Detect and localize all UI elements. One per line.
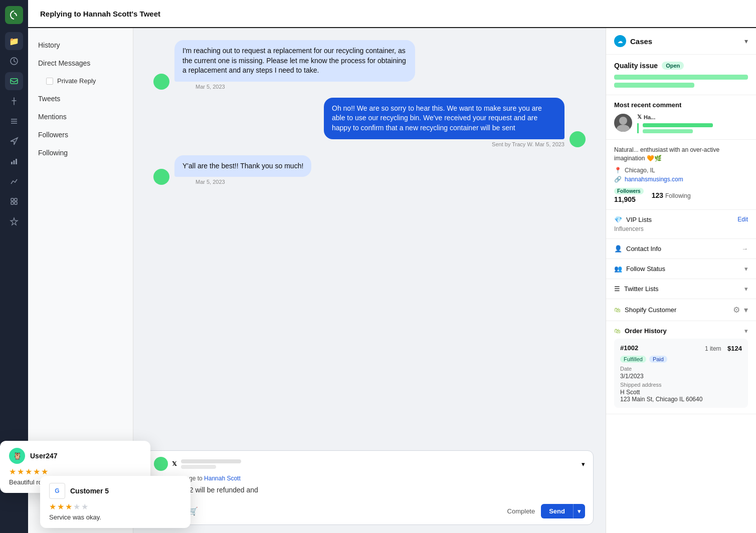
sidebar-widget-icon[interactable] xyxy=(5,192,23,210)
star-g2: ★ xyxy=(57,502,64,511)
message-row-2: Oh no!! We are so sorry to hear this. We… xyxy=(153,98,586,147)
vip-sublabel: Influencers xyxy=(614,225,748,232)
vip-row: 💎 VIP Lists Edit xyxy=(614,216,748,223)
sidebar-clock-icon[interactable] xyxy=(5,52,23,70)
follow-icon: 👥 xyxy=(614,265,622,273)
sidebar-star-icon[interactable] xyxy=(5,212,23,230)
contact-icon: 👤 xyxy=(614,245,622,252)
vip-section: 💎 VIP Lists Edit Influencers xyxy=(606,210,756,239)
contact-info-label: Contact Info xyxy=(626,245,661,252)
order-price: $124 xyxy=(727,345,742,352)
app-logo[interactable] xyxy=(5,6,23,24)
star-1: ★ xyxy=(9,467,16,476)
comment-bar-short xyxy=(643,129,693,133)
star-g1: ★ xyxy=(49,502,56,511)
nav-item-mentions[interactable]: Mentions xyxy=(28,108,133,126)
cases-chevron-icon[interactable]: ▾ xyxy=(744,37,748,45)
send-button[interactable]: Send xyxy=(541,504,573,518)
sidebar-send-icon[interactable] xyxy=(5,132,23,150)
contact-info-left: 👤 Contact Info xyxy=(614,245,661,252)
order-id: #1002 xyxy=(620,344,638,352)
reply-avatar xyxy=(154,457,168,471)
review-card-google: G Customer 5 ★ ★ ★ ★ ★ Service was okay. xyxy=(40,476,191,528)
bubble-incoming-2: Y'all are the best!! Thank you so much! xyxy=(174,155,311,177)
review-user-row-2: G Customer 5 xyxy=(49,483,181,499)
nav-label-private-reply: Private Reply xyxy=(57,77,96,85)
shopify-gear-icon[interactable]: ⚙ xyxy=(733,305,740,315)
reply-box-header: 𝕏 ▾ xyxy=(154,457,585,471)
nav-item-tweets[interactable]: Tweets xyxy=(28,90,133,108)
svg-rect-8 xyxy=(11,198,14,201)
header: Replying to Hannah Scott's Tweet xyxy=(28,0,756,28)
order-history-chevron[interactable]: ▾ xyxy=(744,327,748,335)
message-time-1: Mar 5, 2023 xyxy=(174,84,415,90)
comment-avatar xyxy=(614,114,632,132)
nav-label-mentions: Mentions xyxy=(38,113,67,121)
followers-stat: Followers 11,905 xyxy=(614,188,644,203)
order-badge-fulfilled: Fulfilled xyxy=(620,356,646,363)
message-row-3: Y'all are the best!! Thank you so much! … xyxy=(153,155,586,185)
sidebar-analytics-icon[interactable] xyxy=(5,152,23,170)
order-date-label: Date xyxy=(620,366,742,372)
send-dropdown-button[interactable]: ▾ xyxy=(573,504,585,518)
shopify-chevron-icon[interactable]: ▾ xyxy=(744,305,748,315)
vip-edit-button[interactable]: Edit xyxy=(737,216,748,223)
order-history-left: 🛍 Order History xyxy=(614,327,667,335)
right-panel: ☁ Cases ▾ Quality issue Open Most recent… xyxy=(606,28,756,533)
nav-item-private-reply[interactable]: Private Reply xyxy=(28,72,133,90)
nav-item-followers[interactable]: Followers xyxy=(28,126,133,144)
case-title-row: Quality issue Open xyxy=(614,62,748,70)
star-g3: ★ xyxy=(65,502,72,511)
contact-info-arrow: → xyxy=(741,245,748,252)
nav-label-following: Following xyxy=(38,149,68,157)
profile-location: 📍 Chicago, IL xyxy=(614,167,748,174)
twitter-lists-arrow: ▾ xyxy=(744,285,748,293)
reply-box-close-button[interactable]: ▾ xyxy=(582,460,585,468)
message-row-1: I'm reaching out to request a replacemen… xyxy=(153,40,586,90)
avatar-incoming-1 xyxy=(153,74,169,90)
shopify-icon: 🛍 xyxy=(614,306,621,314)
profile-website[interactable]: 🔗 hannahsmusings.com xyxy=(614,176,748,183)
stats-row: Followers 11,905 123 Following xyxy=(614,188,748,203)
chat-area: I'm reaching out to request a replacemen… xyxy=(133,28,606,533)
nav-item-history[interactable]: History xyxy=(28,36,133,54)
order-address-name: H Scott xyxy=(620,389,742,396)
comment-username: Ha... xyxy=(644,114,655,120)
svg-rect-5 xyxy=(11,162,13,164)
nav-label-history: History xyxy=(38,41,60,49)
sidebar-pin-icon[interactable] xyxy=(5,92,23,110)
comment-bars xyxy=(643,123,713,133)
message-time-2: Sent by Tracy W. Mar 5, 2023 xyxy=(324,141,564,147)
svg-rect-7 xyxy=(16,159,17,164)
nav-label-tweets: Tweets xyxy=(38,95,60,103)
sidebar-inbox-icon[interactable] xyxy=(5,72,23,90)
nav-item-following[interactable]: Following xyxy=(28,144,133,162)
reply-username-bar2 xyxy=(181,465,216,469)
shopify-row: 🛍 Shopify Customer ⚙ ▾ xyxy=(606,299,756,321)
google-logo: G xyxy=(49,483,65,499)
location-icon: 📍 xyxy=(614,167,622,174)
following-count: 123 Following xyxy=(652,191,691,199)
chat-messages: I'm reaching out to request a replacemen… xyxy=(133,28,606,450)
followers-badge: Followers xyxy=(614,188,644,194)
private-reply-checkbox[interactable] xyxy=(46,78,53,85)
complete-button[interactable]: Complete xyxy=(501,504,541,518)
case-bar-long xyxy=(614,75,748,80)
reply-to-user-link[interactable]: Hannah Scott xyxy=(204,475,241,482)
follow-status-arrow: ▾ xyxy=(744,265,748,273)
nav-item-direct-messages[interactable]: Direct Messages xyxy=(28,54,133,72)
follow-status-row[interactable]: 👥 Follow Status ▾ xyxy=(606,259,756,279)
order-icon: 🛍 xyxy=(614,327,621,335)
twitter-lists-row[interactable]: ☰ Twitter Lists ▾ xyxy=(606,279,756,299)
reply-input[interactable]: Order #1002 will be refunded and xyxy=(154,486,585,498)
comment-bar-long xyxy=(643,123,713,127)
review-stars-1: ★ ★ ★ ★ ★ xyxy=(9,467,141,476)
contact-info-row[interactable]: 👤 Contact Info → xyxy=(606,239,756,259)
sidebar-chart-icon[interactable] xyxy=(5,172,23,190)
cases-header[interactable]: ☁ Cases ▾ xyxy=(606,28,756,55)
follow-status-left: 👥 Follow Status xyxy=(614,265,665,273)
sidebar-list-icon[interactable] xyxy=(5,112,23,130)
salesforce-logo: ☁ xyxy=(614,35,626,47)
sidebar-folder-icon[interactable]: 📁 xyxy=(5,32,23,50)
reply-actions: Complete Send ▾ xyxy=(501,504,585,518)
